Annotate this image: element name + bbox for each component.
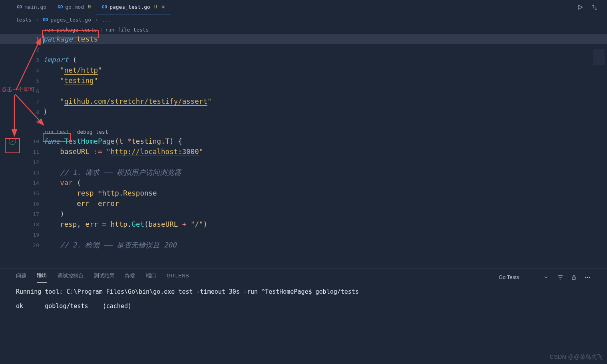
vertical-scrollbar[interactable] [601,28,606,264]
code-line[interactable]: 2 [0,44,607,55]
svg-rect-3 [572,277,575,279]
line-number: 3 [24,57,43,63]
chevron-right-icon: › [36,17,39,23]
line-number: 2 [24,47,43,53]
go-icon: GO [58,4,63,10]
line-number: 5 [24,78,43,84]
close-icon[interactable]: × [162,4,165,10]
code-line[interactable]: 10 func TestHomePage(t *testing.T) { [0,136,607,146]
untracked-flag: U [154,4,157,10]
annotation-text: 点击一个即可 [1,86,35,93]
more-icon[interactable] [584,274,591,281]
code-line[interactable]: 8 ) [0,107,607,117]
line-number: 16 [24,201,43,207]
tab-go-mod[interactable]: GO go.mod M [52,0,96,14]
breadcrumb-root[interactable]: tests [16,17,32,23]
line-number: 8 [24,109,43,115]
code-line[interactable]: 15 resp *http.Response [0,188,607,198]
breadcrumb-ellipsis[interactable]: ... [102,17,111,23]
code-line[interactable]: 16 err error [0,198,607,209]
modified-flag: M [88,4,91,10]
code-line[interactable]: 13 // 1. 请求 —— 模拟用户访问浏览器 [0,167,607,178]
code-line[interactable]: 12 [0,157,607,167]
chevron-right-icon: › [95,17,98,23]
output-content[interactable]: Running tool: C:\Program Files\Go\bin\go… [0,283,607,315]
svg-point-4 [585,277,586,278]
codelens-package: run package tests | run file tests [0,25,607,34]
run-file-tests-link[interactable]: run file tests [105,27,149,33]
panel-actions: Go Tests [497,273,591,281]
line-number: 20 [24,242,43,248]
panel-tab-gitlens[interactable]: GITLENS [167,273,189,282]
breadcrumb-file[interactable]: GO pages_test.go [43,17,91,23]
debug-test-link[interactable]: debug test [77,129,108,135]
tab-label: main.go [24,4,46,10]
code-line[interactable]: 4 "net/http" [0,65,607,75]
line-number: 17 [24,211,43,217]
code-line[interactable]: 11 baseURL := "http://localhost:3000" [0,146,607,157]
code-line[interactable]: 5 "testing" [0,75,607,86]
go-icon: GO [17,4,22,10]
panel-tab-test-results[interactable]: 测试结果 [94,272,115,283]
run-icon[interactable] [577,4,584,11]
filter-icon[interactable] [557,274,564,281]
watermark: CSDN @@菜鸟先飞 [550,354,603,361]
line-number: 11 [24,149,43,155]
go-icon: GO [43,17,48,22]
line-number: 12 [24,159,43,165]
panel-tab-bar: 问题 输出 调试控制台 测试结果 终端 端口 GITLENS Go Tests [0,269,607,283]
tab-label: go.mod [65,4,84,10]
code-line[interactable]: 18 resp, err = http.Get(baseURL + "/") [0,219,607,229]
breadcrumb[interactable]: tests › GO pages_test.go › ... [0,14,607,25]
code-line[interactable]: 20 // 2. 检测 —— 是否无错误且 200 [0,240,607,250]
editor[interactable]: run package tests | run file tests 1 pac… [0,25,607,261]
output-channel-dropdown[interactable]: Go Tests [497,273,550,281]
lock-icon[interactable] [570,274,577,281]
editor-actions [577,4,607,11]
line-number: 19 [24,232,43,238]
go-icon: GO [102,4,107,10]
line-number: 1 [24,36,43,42]
test-pass-icon[interactable] [9,138,16,145]
code-line[interactable]: 1 package tests [0,34,607,44]
line-number: 15 [24,190,43,196]
run-test-link[interactable]: run test [44,129,69,135]
code-line[interactable]: 19 [0,229,607,240]
breadcrumb-file-label: pages_test.go [50,17,91,23]
divider: | [100,27,103,33]
panel-tab-debug-console[interactable]: 调试控制台 [58,272,84,283]
code-line[interactable]: 14 var ( [0,178,607,188]
code-line[interactable]: 7 "github.com/stretchr/testify/assert" [0,96,607,107]
line-number: 18 [24,222,43,228]
line-number: 7 [24,99,43,105]
panel-tab-problems[interactable]: 问题 [16,272,26,283]
panel-tab-ports[interactable]: 端口 [146,272,156,283]
open-tabs: GO main.go GO go.mod M GO pages_test.go … [0,0,171,14]
divider: | [72,129,75,135]
code-line[interactable]: 6 [0,86,607,96]
svg-point-5 [587,277,588,278]
line-number: 4 [24,67,43,73]
code-line[interactable]: 3 import ( [0,55,607,65]
code-line[interactable]: 9 [0,117,607,127]
terminal-line: Running tool: C:\Program Files\Go\bin\go… [16,288,359,295]
line-number: 14 [24,180,43,186]
compare-changes-icon[interactable] [591,4,598,11]
bottom-panel: 问题 输出 调试控制台 测试结果 终端 端口 GITLENS Go Tests … [0,268,607,364]
line-number: 9 [24,119,43,125]
tab-pages-test-go[interactable]: GO pages_test.go U × [96,0,171,14]
chevron-down-icon [543,275,549,280]
run-package-tests-link[interactable]: run package tests [44,27,97,33]
tab-bar: GO main.go GO go.mod M GO pages_test.go … [0,0,607,14]
svg-point-6 [589,277,590,278]
tab-main-go[interactable]: GO main.go [11,0,52,14]
terminal-line: ok goblog/tests (cached) [16,303,131,310]
tab-label: pages_test.go [109,4,150,10]
line-number: 13 [24,170,43,176]
panel-tab-output[interactable]: 输出 [37,272,47,283]
line-number: 10 [24,138,43,144]
code-line[interactable]: 17 ) [0,209,607,219]
codelens-function: run test | debug test [0,127,607,136]
panel-tab-terminal[interactable]: 终端 [125,272,135,283]
output-channel-label: Go Tests [499,274,519,280]
